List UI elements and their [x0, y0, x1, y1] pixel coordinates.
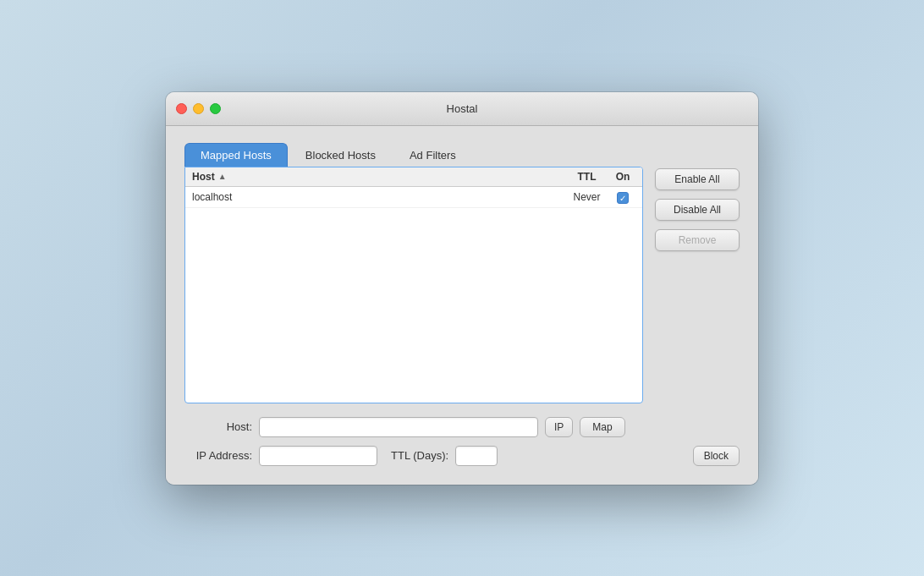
ip-address-label: IP Address:	[184, 449, 252, 462]
ttl-input[interactable]	[455, 446, 498, 466]
sidebar-buttons: Enable All Disable All Remove	[655, 167, 740, 403]
bottom-form: Host: IP Map IP Address: TTL (Days): Blo…	[184, 417, 740, 466]
ip-address-input[interactable]	[259, 446, 377, 466]
ip-button[interactable]: IP	[545, 417, 573, 437]
window-content: Mapped Hosts Blocked Hosts Ad Filters Ho…	[166, 126, 758, 485]
close-button[interactable]	[176, 103, 187, 114]
minimize-button[interactable]	[193, 103, 204, 114]
enable-all-button[interactable]: Enable All	[655, 168, 740, 190]
ttl-label: TTL (Days):	[391, 449, 448, 462]
column-on: On	[610, 171, 635, 183]
ip-address-row: IP Address: TTL (Days): Block	[184, 446, 740, 466]
host-input[interactable]	[259, 417, 538, 437]
host-row: Host: IP Map	[184, 417, 740, 437]
remove-button[interactable]: Remove	[655, 229, 740, 251]
row-host-value: localhost	[192, 191, 564, 203]
app-window: Hostal Mapped Hosts Blocked Hosts Ad Fil…	[166, 92, 758, 485]
row-ttl-value: Never	[564, 191, 610, 203]
tab-ad-filters[interactable]: Ad Filters	[393, 143, 472, 167]
maximize-button[interactable]	[210, 103, 221, 114]
host-label: Host:	[184, 420, 252, 433]
window-title: Hostal	[447, 102, 478, 115]
table-header: Host ▲ TTL On	[185, 167, 642, 187]
table-row[interactable]: localhost Never ✓	[185, 187, 642, 208]
main-area: Host ▲ TTL On localhost Never ✓ Enable A…	[184, 167, 740, 403]
tab-mapped-hosts[interactable]: Mapped Hosts	[184, 143, 288, 167]
traffic-lights	[176, 103, 221, 114]
tab-blocked-hosts[interactable]: Blocked Hosts	[289, 143, 392, 167]
sort-arrow-icon: ▲	[218, 172, 227, 181]
map-button[interactable]: Map	[580, 417, 624, 437]
checkbox-icon[interactable]: ✓	[617, 192, 629, 204]
column-ttl: TTL	[564, 171, 610, 183]
column-host[interactable]: Host ▲	[192, 171, 564, 183]
row-on-checkbox[interactable]: ✓	[610, 189, 635, 205]
block-button[interactable]: Block	[693, 446, 740, 466]
disable-all-button[interactable]: Disable All	[655, 199, 740, 221]
titlebar: Hostal	[166, 92, 758, 126]
tab-bar: Mapped Hosts Blocked Hosts Ad Filters	[184, 143, 740, 167]
hosts-table: Host ▲ TTL On localhost Never ✓	[184, 167, 643, 403]
